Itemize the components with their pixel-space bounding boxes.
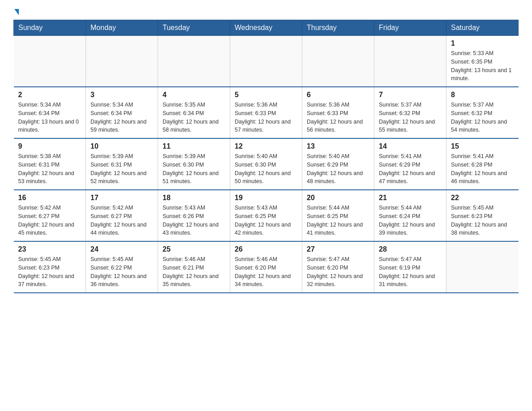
calendar-day-cell — [374, 36, 446, 87]
calendar-week-row: 16Sunrise: 5:42 AM Sunset: 6:27 PM Dayli… — [14, 190, 519, 241]
day-info: Sunrise: 5:42 AM Sunset: 6:27 PM Dayligh… — [18, 204, 82, 237]
day-info: Sunrise: 5:39 AM Sunset: 6:30 PM Dayligh… — [163, 152, 225, 186]
day-info: Sunrise: 5:35 AM Sunset: 6:34 PM Dayligh… — [163, 101, 225, 134]
day-number: 10 — [90, 142, 153, 150]
day-info: Sunrise: 5:47 AM Sunset: 6:20 PM Dayligh… — [307, 255, 369, 289]
page-header — [13, 9, 519, 15]
day-number: 24 — [90, 245, 153, 253]
day-number: 18 — [163, 194, 225, 202]
day-info: Sunrise: 5:44 AM Sunset: 6:24 PM Dayligh… — [379, 204, 442, 237]
day-info: Sunrise: 5:43 AM Sunset: 6:25 PM Dayligh… — [235, 204, 297, 237]
day-info: Sunrise: 5:44 AM Sunset: 6:25 PM Dayligh… — [307, 204, 369, 237]
day-number: 26 — [235, 245, 297, 253]
day-number: 17 — [90, 194, 153, 202]
calendar-day-cell: 2Sunrise: 5:34 AM Sunset: 6:34 PM Daylig… — [14, 87, 86, 138]
day-info: Sunrise: 5:34 AM Sunset: 6:34 PM Dayligh… — [90, 101, 153, 134]
day-number: 1 — [451, 39, 514, 47]
calendar-day-cell: 6Sunrise: 5:36 AM Sunset: 6:33 PM Daylig… — [302, 87, 374, 138]
day-number: 23 — [18, 245, 82, 253]
day-info: Sunrise: 5:41 AM Sunset: 6:28 PM Dayligh… — [451, 152, 514, 186]
day-info: Sunrise: 5:36 AM Sunset: 6:33 PM Dayligh… — [307, 101, 369, 134]
calendar-day-cell: 28Sunrise: 5:47 AM Sunset: 6:19 PM Dayli… — [374, 241, 446, 293]
calendar-day-cell: 5Sunrise: 5:36 AM Sunset: 6:33 PM Daylig… — [230, 87, 302, 138]
calendar-day-cell: 25Sunrise: 5:46 AM Sunset: 6:21 PM Dayli… — [158, 241, 230, 293]
day-number: 28 — [379, 245, 442, 253]
day-number: 27 — [307, 245, 369, 253]
calendar-day-cell: 17Sunrise: 5:42 AM Sunset: 6:27 PM Dayli… — [86, 190, 158, 241]
day-number: 11 — [163, 142, 225, 150]
calendar-day-cell: 9Sunrise: 5:38 AM Sunset: 6:31 PM Daylig… — [14, 138, 86, 190]
day-of-week-header: Monday — [86, 20, 158, 36]
day-of-week-header: Thursday — [302, 20, 374, 36]
day-info: Sunrise: 5:37 AM Sunset: 6:32 PM Dayligh… — [451, 101, 514, 134]
day-info: Sunrise: 5:40 AM Sunset: 6:29 PM Dayligh… — [307, 152, 369, 186]
day-number: 20 — [307, 194, 369, 202]
calendar-day-cell: 18Sunrise: 5:43 AM Sunset: 6:26 PM Dayli… — [158, 190, 230, 241]
day-info: Sunrise: 5:45 AM Sunset: 6:23 PM Dayligh… — [18, 255, 82, 289]
day-info: Sunrise: 5:36 AM Sunset: 6:33 PM Dayligh… — [235, 101, 297, 134]
day-info: Sunrise: 5:45 AM Sunset: 6:23 PM Dayligh… — [451, 204, 514, 237]
day-number: 13 — [307, 142, 369, 150]
calendar-day-cell: 21Sunrise: 5:44 AM Sunset: 6:24 PM Dayli… — [374, 190, 446, 241]
day-number: 25 — [163, 245, 225, 253]
day-of-week-header: Saturday — [446, 20, 519, 36]
calendar-day-cell: 26Sunrise: 5:46 AM Sunset: 6:20 PM Dayli… — [230, 241, 302, 293]
day-number: 5 — [235, 91, 297, 99]
day-info: Sunrise: 5:47 AM Sunset: 6:19 PM Dayligh… — [379, 255, 442, 289]
day-number: 16 — [18, 194, 82, 202]
calendar-day-cell — [230, 36, 302, 87]
calendar-day-cell: 7Sunrise: 5:37 AM Sunset: 6:32 PM Daylig… — [374, 87, 446, 138]
day-of-week-header: Friday — [374, 20, 446, 36]
day-info: Sunrise: 5:46 AM Sunset: 6:21 PM Dayligh… — [163, 255, 225, 289]
day-info: Sunrise: 5:40 AM Sunset: 6:30 PM Dayligh… — [235, 152, 297, 186]
calendar-week-row: 1Sunrise: 5:33 AM Sunset: 6:35 PM Daylig… — [14, 36, 519, 87]
day-info: Sunrise: 5:45 AM Sunset: 6:22 PM Dayligh… — [90, 255, 153, 289]
calendar-day-cell: 24Sunrise: 5:45 AM Sunset: 6:22 PM Dayli… — [86, 241, 158, 293]
day-number: 3 — [90, 91, 153, 99]
calendar-day-cell — [86, 36, 158, 87]
calendar-day-cell: 23Sunrise: 5:45 AM Sunset: 6:23 PM Dayli… — [14, 241, 86, 293]
day-number: 8 — [451, 91, 514, 99]
calendar-day-cell: 10Sunrise: 5:39 AM Sunset: 6:31 PM Dayli… — [86, 138, 158, 190]
logo-arrow-icon — [14, 9, 19, 15]
calendar-day-cell: 11Sunrise: 5:39 AM Sunset: 6:30 PM Dayli… — [158, 138, 230, 190]
calendar-day-cell: 20Sunrise: 5:44 AM Sunset: 6:25 PM Dayli… — [302, 190, 374, 241]
calendar-day-cell: 14Sunrise: 5:41 AM Sunset: 6:29 PM Dayli… — [374, 138, 446, 190]
day-info: Sunrise: 5:33 AM Sunset: 6:35 PM Dayligh… — [451, 49, 514, 83]
calendar-day-cell: 1Sunrise: 5:33 AM Sunset: 6:35 PM Daylig… — [446, 36, 519, 87]
calendar-table: SundayMondayTuesdayWednesdayThursdayFrid… — [13, 20, 519, 293]
calendar-day-cell: 4Sunrise: 5:35 AM Sunset: 6:34 PM Daylig… — [158, 87, 230, 138]
calendar-day-cell — [446, 241, 519, 293]
calendar-day-cell: 22Sunrise: 5:45 AM Sunset: 6:23 PM Dayli… — [446, 190, 519, 241]
day-info: Sunrise: 5:42 AM Sunset: 6:27 PM Dayligh… — [90, 204, 153, 237]
day-number: 22 — [451, 194, 514, 202]
day-number: 14 — [379, 142, 442, 150]
calendar-week-row: 9Sunrise: 5:38 AM Sunset: 6:31 PM Daylig… — [14, 138, 519, 190]
calendar-day-cell: 15Sunrise: 5:41 AM Sunset: 6:28 PM Dayli… — [446, 138, 519, 190]
day-info: Sunrise: 5:37 AM Sunset: 6:32 PM Dayligh… — [379, 101, 442, 134]
calendar-day-cell: 3Sunrise: 5:34 AM Sunset: 6:34 PM Daylig… — [86, 87, 158, 138]
calendar-day-cell: 8Sunrise: 5:37 AM Sunset: 6:32 PM Daylig… — [446, 87, 519, 138]
day-info: Sunrise: 5:38 AM Sunset: 6:31 PM Dayligh… — [18, 152, 82, 186]
day-number: 6 — [307, 91, 369, 99]
day-info: Sunrise: 5:34 AM Sunset: 6:34 PM Dayligh… — [18, 101, 82, 134]
calendar-day-cell — [158, 36, 230, 87]
day-number: 19 — [235, 194, 297, 202]
day-of-week-header: Tuesday — [158, 20, 230, 36]
day-number: 15 — [451, 142, 514, 150]
calendar-day-cell: 16Sunrise: 5:42 AM Sunset: 6:27 PM Dayli… — [14, 190, 86, 241]
day-of-week-header: Sunday — [14, 20, 86, 36]
day-number: 12 — [235, 142, 297, 150]
calendar-day-cell: 27Sunrise: 5:47 AM Sunset: 6:20 PM Dayli… — [302, 241, 374, 293]
calendar-week-row: 2Sunrise: 5:34 AM Sunset: 6:34 PM Daylig… — [14, 87, 519, 138]
day-info: Sunrise: 5:41 AM Sunset: 6:29 PM Dayligh… — [379, 152, 442, 186]
day-number: 21 — [379, 194, 442, 202]
day-info: Sunrise: 5:43 AM Sunset: 6:26 PM Dayligh… — [163, 204, 225, 237]
day-number: 4 — [163, 91, 225, 99]
calendar-day-cell — [302, 36, 374, 87]
day-info: Sunrise: 5:39 AM Sunset: 6:31 PM Dayligh… — [90, 152, 153, 186]
calendar-day-cell — [14, 36, 86, 87]
logo — [13, 9, 19, 15]
calendar-day-cell: 19Sunrise: 5:43 AM Sunset: 6:25 PM Dayli… — [230, 190, 302, 241]
day-of-week-header: Wednesday — [230, 20, 302, 36]
